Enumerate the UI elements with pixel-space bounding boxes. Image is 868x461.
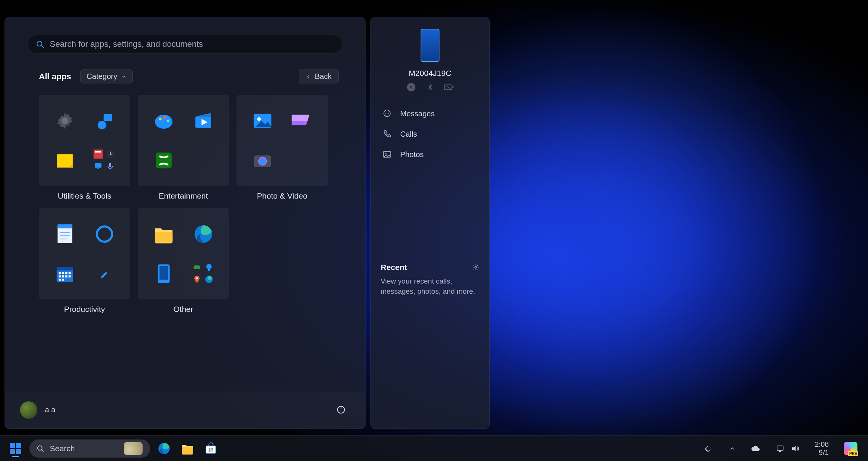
windows-logo-icon	[9, 442, 22, 455]
chevron-up-icon	[729, 445, 736, 452]
companion-messages[interactable]: Messages	[381, 103, 479, 124]
tray-clock[interactable]: 2:08 9/1	[810, 438, 833, 459]
start-search-input[interactable]	[50, 39, 335, 49]
edge-icon	[157, 442, 171, 455]
photos-icon	[249, 108, 276, 134]
svg-rect-8	[95, 151, 101, 153]
companion-row-label: Photos	[400, 150, 424, 159]
messages-icon	[382, 109, 392, 119]
start-menu: All apps Category Back	[5, 17, 366, 429]
gear-icon[interactable]	[472, 264, 479, 271]
pencil-icon	[91, 261, 118, 287]
taskbar-edge[interactable]	[155, 439, 174, 458]
svg-rect-42	[65, 275, 67, 277]
folder-label: Utilities & Tools	[58, 191, 111, 200]
svg-rect-50	[159, 266, 168, 279]
svg-rect-75	[182, 447, 193, 454]
svg-line-73	[41, 450, 43, 452]
category-dropdown[interactable]: Category	[80, 69, 133, 83]
svg-rect-44	[58, 279, 60, 281]
power-button[interactable]	[332, 400, 350, 420]
phone-companion-panel: M2004J19C ✕ Messages Calls Photos Recent…	[370, 17, 490, 429]
folder-other[interactable]: Other	[138, 208, 229, 314]
folder-utilities[interactable]: Utilities & Tools	[39, 95, 130, 200]
svg-rect-29	[57, 224, 72, 228]
svg-rect-37	[62, 272, 64, 274]
chevron-down-icon	[121, 74, 126, 79]
tray-copilot[interactable]	[839, 439, 862, 458]
svg-rect-59	[452, 86, 453, 88]
user-avatar[interactable]	[20, 401, 37, 419]
folder-productivity[interactable]: Productivity	[39, 208, 130, 314]
phone-thumbnail[interactable]	[421, 29, 439, 62]
svg-rect-43	[68, 275, 70, 277]
folder-entertainment[interactable]: Entertainment	[138, 95, 229, 200]
tray-onedrive[interactable]	[746, 441, 765, 456]
svg-rect-69	[16, 443, 21, 448]
svg-rect-53	[208, 269, 210, 271]
cortana-icon	[91, 221, 118, 247]
search-icon	[36, 444, 45, 453]
svg-rect-38	[65, 272, 67, 274]
folder-photo-video[interactable]: Photo & Video	[237, 95, 328, 200]
user-name[interactable]: a a	[45, 405, 55, 414]
tray-quick-settings[interactable]	[771, 442, 804, 455]
notepad-icon	[52, 221, 78, 247]
feedback-hub-icon	[91, 108, 118, 134]
clock-time: 2:08	[815, 440, 829, 449]
wifi-icon	[776, 444, 785, 453]
svg-rect-11	[97, 168, 99, 169]
category-dropdown-label: Category	[87, 72, 117, 81]
tray-weather[interactable]	[699, 441, 718, 456]
xbox-icon	[151, 147, 177, 174]
taskbar: Search 2:08 9/1	[0, 435, 868, 461]
folder-label: Entertainment	[159, 191, 208, 200]
sticky-notes-icon	[52, 147, 78, 174]
companion-calls[interactable]: Calls	[381, 124, 479, 144]
bluetooth-icon	[425, 82, 435, 92]
svg-rect-40	[58, 275, 60, 277]
cloud-moon-icon	[703, 443, 714, 454]
all-apps-heading: All apps	[39, 72, 71, 82]
svg-rect-68	[10, 443, 15, 448]
svg-rect-47	[155, 232, 172, 242]
svg-rect-7	[94, 150, 103, 159]
back-button[interactable]: Back	[299, 69, 339, 83]
taskbar-store[interactable]	[201, 439, 220, 458]
svg-point-52	[206, 264, 212, 269]
recent-heading: Recent	[381, 263, 407, 272]
tips-icon	[204, 263, 214, 272]
chevron-left-icon	[306, 74, 311, 79]
svg-rect-12	[109, 163, 111, 167]
svg-line-60	[446, 86, 451, 88]
search-highlight-icon	[124, 442, 143, 455]
mic-icon	[106, 162, 115, 171]
svg-point-3	[98, 121, 106, 130]
status-dismiss-icon[interactable]: ✕	[406, 82, 416, 92]
svg-point-67	[475, 267, 477, 268]
svg-rect-71	[16, 449, 21, 454]
start-footer: a a	[5, 391, 365, 429]
start-button[interactable]	[6, 439, 25, 458]
tray-overflow[interactable]	[724, 443, 740, 454]
taskbar-explorer[interactable]	[178, 439, 197, 458]
svg-rect-82	[779, 451, 781, 452]
movies-icon	[190, 108, 217, 134]
taskbar-search-label: Search	[50, 444, 75, 453]
svg-rect-35	[57, 267, 73, 270]
taskbar-search[interactable]: Search	[29, 439, 150, 458]
svg-rect-19	[156, 153, 172, 168]
volume-icon	[791, 444, 800, 453]
svg-point-16	[167, 119, 169, 122]
svg-point-14	[159, 117, 161, 120]
start-search-bar[interactable]	[28, 35, 343, 54]
svg-rect-36	[58, 272, 60, 274]
maps-icon	[192, 275, 201, 284]
svg-point-15	[163, 116, 166, 119]
file-explorer-icon	[151, 221, 177, 247]
svg-rect-77	[209, 448, 210, 449]
svg-rect-70	[10, 449, 15, 454]
battery-icon	[444, 82, 454, 92]
companion-photos[interactable]: Photos	[381, 144, 479, 165]
svg-rect-76	[206, 446, 216, 453]
